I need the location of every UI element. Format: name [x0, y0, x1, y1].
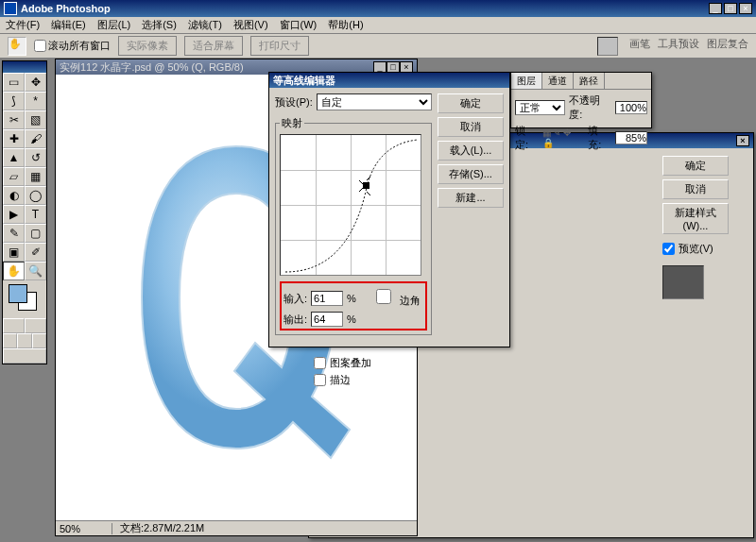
- mapping-group: 映射 输入:: [275, 116, 432, 335]
- menu-layer[interactable]: 图层(L): [97, 18, 130, 32]
- contour-save-button[interactable]: 存储(S)...: [438, 164, 504, 184]
- scroll-all-checkbox[interactable]: 滚动所有窗口: [34, 39, 111, 53]
- input-percent: %: [347, 293, 356, 304]
- eraser-tool[interactable]: ▱: [3, 167, 25, 186]
- contour-new-button[interactable]: 新建...: [438, 188, 504, 208]
- shape-tool[interactable]: ▢: [25, 224, 46, 243]
- io-highlight-box: 输入: % 边角 输出: %: [280, 281, 427, 330]
- document-statusbar: 50% 文档:2.87M/2.21M: [56, 520, 417, 535]
- palette-well-button[interactable]: [597, 37, 618, 56]
- style-new-button[interactable]: 新建样式(W)...: [662, 203, 729, 234]
- brush-tool[interactable]: 🖌: [25, 129, 46, 148]
- menu-filter[interactable]: 滤镜(T): [188, 18, 222, 32]
- close-button[interactable]: ×: [739, 3, 752, 14]
- opt-brushes[interactable]: 画笔: [629, 37, 650, 56]
- minimize-button[interactable]: _: [709, 3, 722, 14]
- contour-load-button[interactable]: 载入(L)...: [438, 141, 504, 161]
- opt-layer-comps[interactable]: 图层复合: [707, 37, 748, 56]
- pattern-overlay-checkbox[interactable]: 图案叠加: [314, 356, 371, 370]
- preview-label: 预览(V): [679, 242, 713, 256]
- style-close-button[interactable]: ×: [736, 135, 749, 146]
- screenmode-3[interactable]: [32, 333, 46, 348]
- corner-checkbox[interactable]: 边角: [368, 289, 421, 308]
- toolbox: ▭ ✥ ⟆ * ✂ ▧ ✚ 🖌 ▲ ↺ ▱ ▦ ◐ ◯ ▶ T ✎ ▢ ▣ ✐ …: [2, 60, 47, 364]
- blur-tool[interactable]: ◐: [3, 186, 25, 205]
- jump-to-imageready[interactable]: [3, 348, 46, 364]
- fill-input[interactable]: [615, 131, 647, 144]
- input-value[interactable]: [311, 291, 343, 306]
- mapping-label: 映射: [280, 116, 304, 130]
- preview-swatch: [662, 265, 704, 299]
- preview-checkbox[interactable]: 预览(V): [662, 242, 746, 256]
- path-tool[interactable]: ▶: [3, 205, 25, 224]
- actual-pixels-button[interactable]: 实际像素: [118, 36, 177, 56]
- options-bar: ✋ 滚动所有窗口 实际像素 适合屏幕 打印尺寸 画笔 工具预设 图层复合: [0, 34, 756, 59]
- lock-icons[interactable]: ▦ ✎ ✥ 🔒: [542, 127, 585, 148]
- wand-tool[interactable]: *: [25, 92, 46, 110]
- menu-select[interactable]: 选择(S): [142, 18, 177, 32]
- slice-tool[interactable]: ▧: [25, 110, 46, 129]
- menu-edit[interactable]: 编辑(E): [51, 18, 86, 32]
- stamp-tool[interactable]: ▲: [3, 148, 25, 167]
- menu-help[interactable]: 帮助(H): [328, 18, 363, 32]
- lock-label: 锁定:: [515, 124, 539, 152]
- app-title: Adobe Photoshop: [21, 3, 709, 14]
- foreground-color[interactable]: [9, 284, 27, 303]
- eyedropper-tool[interactable]: ✐: [25, 243, 46, 262]
- type-tool[interactable]: T: [25, 205, 46, 224]
- quickmask-off[interactable]: [3, 318, 25, 333]
- curve-editor[interactable]: [280, 134, 421, 276]
- color-swatches[interactable]: [7, 284, 43, 314]
- menu-file[interactable]: 文件(F): [6, 18, 40, 32]
- contour-ok-button[interactable]: 确定: [438, 93, 504, 113]
- app-icon: [4, 2, 17, 15]
- stroke-checkbox[interactable]: 描边: [314, 373, 371, 387]
- style-cancel-button[interactable]: 取消: [662, 179, 729, 199]
- svg-rect-0: [363, 182, 369, 189]
- hand-tool[interactable]: ✋: [3, 262, 25, 280]
- pen-tool[interactable]: ✎: [3, 224, 25, 243]
- history-brush-tool[interactable]: ↺: [25, 148, 46, 167]
- print-size-button[interactable]: 打印尺寸: [250, 36, 309, 56]
- tab-paths[interactable]: 路径: [574, 73, 605, 89]
- style-effect-list: 图案叠加 描边: [314, 353, 371, 390]
- gradient-tool[interactable]: ▦: [25, 167, 46, 186]
- notes-tool[interactable]: ▣: [3, 243, 25, 262]
- preset-label: 预设(P):: [275, 95, 313, 110]
- preset-select[interactable]: 自定: [317, 93, 432, 110]
- fit-screen-button[interactable]: 适合屏幕: [184, 36, 243, 56]
- output-label: 输出:: [284, 313, 307, 327]
- blend-mode-select[interactable]: 正常: [515, 100, 565, 115]
- contour-cancel-button[interactable]: 取消: [438, 117, 504, 137]
- hand-tool-icon[interactable]: ✋: [8, 37, 26, 56]
- input-label: 输入:: [284, 292, 307, 306]
- heal-tool[interactable]: ✚: [3, 129, 25, 148]
- move-tool[interactable]: ✥: [25, 73, 46, 92]
- zoom-tool[interactable]: 🔍: [25, 262, 46, 280]
- toolbox-titlebar[interactable]: [3, 61, 46, 73]
- dodge-tool[interactable]: ◯: [25, 186, 46, 205]
- document-memory: 文档:2.87M/2.21M: [112, 521, 204, 535]
- quickmask-on[interactable]: [25, 318, 46, 333]
- tab-layers[interactable]: 图层: [511, 73, 542, 89]
- tab-channels[interactable]: 通道: [542, 73, 574, 89]
- zoom-level[interactable]: 50%: [56, 523, 112, 534]
- opt-tool-presets[interactable]: 工具预设: [658, 37, 699, 56]
- output-value[interactable]: [311, 312, 343, 327]
- stroke-label: 描边: [330, 373, 351, 387]
- screenmode-1[interactable]: [3, 333, 17, 348]
- maximize-button[interactable]: □: [724, 3, 737, 14]
- contour-titlebar[interactable]: 等高线编辑器: [269, 73, 509, 88]
- output-percent: %: [347, 313, 356, 325]
- crop-tool[interactable]: ✂: [3, 110, 25, 129]
- screenmode-2[interactable]: [17, 333, 31, 348]
- opacity-input[interactable]: [615, 101, 647, 114]
- marquee-tool[interactable]: ▭: [3, 73, 25, 92]
- contour-editor-dialog: 等高线编辑器 预设(P): 自定 映射: [268, 72, 510, 347]
- style-ok-button[interactable]: 确定: [662, 156, 729, 176]
- lasso-tool[interactable]: ⟆: [3, 92, 25, 110]
- menu-view[interactable]: 视图(V): [233, 18, 268, 32]
- layers-panel: 图层 通道 路径 正常 不透明度: 锁定: ▦ ✎ ✥ 🔒 填充:: [510, 72, 652, 128]
- menu-window[interactable]: 窗口(W): [280, 18, 318, 32]
- app-titlebar: Adobe Photoshop _ □ ×: [0, 0, 756, 17]
